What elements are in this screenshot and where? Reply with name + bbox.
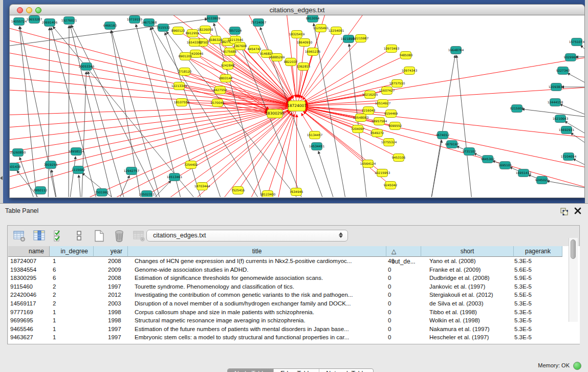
- table-row[interactable]: 1872400712008Changes of HCN gene express…: [8, 257, 580, 266]
- citation-edge-red[interactable]: [276, 106, 297, 197]
- graph-node[interactable]: 15724067: [251, 19, 267, 27]
- citation-edge-red[interactable]: [10, 106, 297, 128]
- column-header-title[interactable]: title: [128, 246, 386, 257]
- graph-node[interactable]: 7485083: [399, 52, 413, 59]
- graph-node[interactable]: 15134457: [307, 132, 323, 139]
- graph-node[interactable]: 16210643: [553, 115, 569, 123]
- graph-node[interactable]: 18757510: [389, 80, 405, 87]
- table-row[interactable]: 1456911722003Disruption of a novel membe…: [8, 299, 580, 308]
- citation-edge-red[interactable]: [291, 62, 296, 97]
- graph-node[interactable]: 8822037: [284, 58, 298, 66]
- citation-edge-black[interactable]: [429, 55, 455, 197]
- graph-node[interactable]: 15751074: [569, 38, 584, 46]
- graph-node[interactable]: 8454743: [248, 46, 262, 53]
- column-header-year[interactable]: year: [94, 246, 128, 257]
- graph-node[interactable]: 15692931: [559, 126, 575, 134]
- graph-node[interactable]: 8549272: [371, 129, 384, 137]
- column-header-out_degree[interactable]: △ out_de...: [386, 246, 421, 257]
- close-window-button[interactable]: [17, 7, 23, 13]
- zoom-window-button[interactable]: [35, 7, 41, 13]
- citation-edge-red[interactable]: [297, 56, 584, 106]
- graph-node[interactable]: 9453106: [392, 154, 406, 162]
- citation-edge-black[interactable]: [115, 176, 129, 197]
- citation-edge-red[interactable]: [10, 106, 297, 115]
- graph-node[interactable]: 20691406: [42, 19, 58, 27]
- column-header-short[interactable]: short: [421, 246, 514, 257]
- graph-node[interactable]: 7857224: [228, 27, 242, 35]
- citation-edge-red[interactable]: [10, 106, 297, 192]
- citation-edge-red[interactable]: [214, 106, 297, 197]
- network-canvas[interactable]: 1405572410653287206914061527602164661601…: [9, 15, 585, 198]
- graph-node[interactable]: 7254402: [184, 161, 198, 169]
- citation-edge-black[interactable]: [581, 46, 585, 56]
- graph-node[interactable]: 10973493: [384, 45, 400, 53]
- graph-node[interactable]: 8950112: [34, 187, 48, 194]
- graph-node[interactable]: 9501438: [10, 163, 21, 171]
- citation-edge-black[interactable]: [151, 27, 266, 198]
- panel-collapse-grip[interactable]: [0, 176, 3, 180]
- citation-edge-black[interactable]: [69, 157, 76, 197]
- close-panel-icon[interactable]: [574, 207, 582, 215]
- citation-edge-red[interactable]: [304, 49, 392, 101]
- graph-node[interactable]: 7515532: [157, 24, 170, 32]
- graph-node[interactable]: 10215953: [375, 169, 390, 177]
- graph-node[interactable]: 10548083: [353, 114, 369, 122]
- graph-node[interactable]: 9245042: [384, 182, 398, 189]
- graph-node[interactable]: 16648784: [448, 47, 464, 54]
- table-row[interactable]: 1938455462009Genome-wide association stu…: [8, 266, 580, 274]
- graph-node[interactable]: 14534451: [309, 143, 325, 150]
- graph-node[interactable]: 8186328: [209, 36, 223, 44]
- table-scrollbar[interactable]: [569, 238, 578, 322]
- window-titlebar[interactable]: citations_edges.txt: [9, 4, 585, 15]
- graph-node[interactable]: 14671368: [141, 19, 157, 27]
- citation-edge-black[interactable]: [573, 159, 584, 169]
- graph-node[interactable]: 9242848: [221, 62, 235, 70]
- graph-node[interactable]: 9099552: [388, 122, 402, 130]
- float-panel-icon[interactable]: [560, 207, 569, 216]
- graph-node[interactable]: 9845302: [481, 156, 495, 163]
- graph-node[interactable]: 10719155: [127, 16, 143, 24]
- graph-node[interactable]: 11607427: [379, 87, 395, 95]
- citation-edge-black[interactable]: [568, 73, 584, 87]
- table-row[interactable]: 911546021997Tourette syndrome. Phenomeno…: [8, 282, 580, 291]
- graph-node[interactable]: 1362815: [297, 63, 311, 71]
- graph-node[interactable]: 12444158: [548, 99, 563, 106]
- hub-node[interactable]: 18724007: [287, 101, 307, 111]
- graph-node[interactable]: 1695101: [498, 162, 512, 169]
- column-header-in_degree[interactable]: in_degree: [50, 246, 94, 257]
- graph-node[interactable]: 11255491: [313, 25, 329, 32]
- graph-node[interactable]: 18107550: [174, 99, 190, 106]
- graph-node[interactable]: 12254091: [329, 27, 344, 35]
- graph-node[interactable]: 18325419: [289, 31, 305, 38]
- column-header-name[interactable]: name: [8, 246, 50, 257]
- citation-edge-black[interactable]: [429, 140, 442, 197]
- table-settings-icon[interactable]: [12, 228, 27, 244]
- tab-node-table[interactable]: Node Table: [228, 369, 273, 372]
- graph-node[interactable]: 7501992: [95, 189, 109, 196]
- graph-node[interactable]: 8960123: [171, 27, 185, 35]
- graph-node[interactable]: 8215958: [510, 105, 524, 113]
- graph-node[interactable]: 16951412: [516, 169, 532, 177]
- table-select-dropdown[interactable]: citations_edges.txt: [146, 230, 348, 242]
- row-height-icon[interactable]: [72, 228, 87, 244]
- graph-node[interactable]: 2367608: [233, 42, 247, 50]
- graph-node[interactable]: 12215987: [353, 35, 369, 42]
- delete-icon[interactable]: [112, 228, 127, 244]
- minimize-window-button[interactable]: [26, 7, 32, 13]
- graph-node[interactable]: 2803144: [219, 75, 233, 82]
- citation-edge-red[interactable]: [182, 102, 288, 106]
- citation-edge-black[interactable]: [81, 72, 86, 197]
- graph-node[interactable]: 6466160: [103, 22, 117, 30]
- graph-node[interactable]: 10974343: [402, 67, 418, 75]
- table-row[interactable]: 946554611997Estimation of the future num…: [8, 325, 580, 334]
- new-document-icon[interactable]: [92, 228, 107, 244]
- graph-node[interactable]: 9329966: [564, 54, 578, 61]
- citation-edge-black[interactable]: [318, 151, 337, 198]
- graph-node[interactable]: 6879197: [445, 141, 459, 148]
- citation-edge-red[interactable]: [10, 106, 297, 166]
- graph-node[interactable]: 18640910: [297, 39, 313, 47]
- graph-node[interactable]: 14055724: [11, 18, 27, 26]
- graph-node[interactable]: 1115682: [72, 166, 85, 174]
- citation-edge-red[interactable]: [153, 106, 297, 197]
- table-row[interactable]: 2242004622012Investigating the contribut…: [8, 291, 580, 299]
